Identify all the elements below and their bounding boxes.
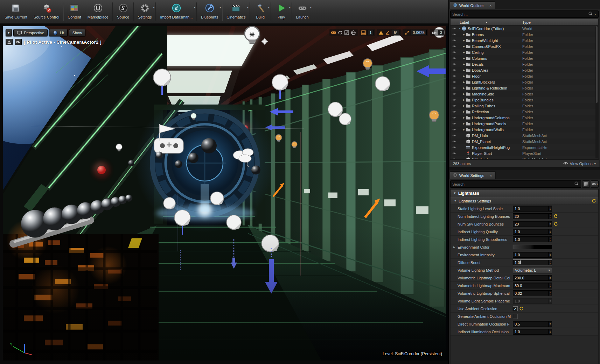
settings-subheader[interactable]: ▼Lightmass Settings [451,197,598,205]
expander-arrow-icon[interactable]: ▶ [462,75,466,78]
outliner-row[interactable]: ▶Camera&PostFXFolder [451,43,598,49]
spinner-arrows-icon[interactable]: ▲▼ [548,298,552,304]
outliner-row[interactable]: ▼SciFiCorridor (Editor)World [451,26,598,31]
spinner-arrows-icon[interactable]: ▲▼ [548,221,552,227]
cinematics-button[interactable]: Cinematics ▾ [223,0,249,23]
expander-arrow-icon[interactable]: ▶ [462,51,466,54]
expander-arrow-icon[interactable]: ▶ [453,246,456,249]
spinner-arrows-icon[interactable]: ▲▼ [548,283,552,288]
outliner-row[interactable]: ▶BeamsFolder [451,31,598,37]
color-swatch[interactable] [513,245,552,249]
spinner-arrows-icon[interactable]: ▲▼ [548,260,552,265]
value-input[interactable]: 1.0▲▼ [513,252,552,258]
eject-pilot-button[interactable] [6,39,13,45]
visibility-eye-icon[interactable] [452,145,458,150]
outliner-row[interactable]: ▶LightBlockersFolder [451,79,598,85]
camera-speed-icon[interactable] [431,30,437,35]
play-button[interactable]: Play ▾ [272,0,291,23]
expander-arrow-icon[interactable]: ▶ [462,128,466,131]
warning-icon[interactable] [378,30,384,35]
search-icon[interactable] [588,11,593,17]
checkbox[interactable]: ✓ [513,306,518,311]
lit-mode-button[interactable]: Lit [49,29,68,36]
viewport-options-button[interactable]: ▾ [6,29,12,36]
spinner-arrows-icon[interactable]: ▲▼ [548,291,552,296]
dropdown-select[interactable]: Volumetric L▾ [513,267,552,273]
outliner-row[interactable]: ▶DoorAreaFolder [451,67,598,73]
value-input[interactable]: 20▲▼ [513,213,552,219]
close-icon[interactable]: × [490,173,492,178]
rotation-snap-icon[interactable] [385,30,391,35]
label-column-header[interactable]: Label [460,20,469,24]
value-input[interactable]: 0.02▲▼ [513,290,552,296]
visibility-eye-icon[interactable] [452,32,458,37]
visibility-eye-icon[interactable] [452,62,458,66]
spinner-arrows-icon[interactable]: ▲▼ [548,252,552,257]
chevron-down-icon[interactable]: ▾ [194,6,195,9]
expander-arrow-icon[interactable]: ▶ [462,45,466,48]
spinner-arrows-icon[interactable]: ▲▼ [548,237,552,242]
show-menu-button[interactable]: Show [69,29,86,36]
value-input[interactable]: 1.0▲▼ [513,298,552,304]
outliner-row[interactable]: ▶MachineSideFolder [451,91,598,97]
type-column-header[interactable]: Type [522,20,531,24]
settings-button[interactable]: Settings ▾ [135,0,155,23]
spinner-arrows-icon[interactable]: ▲▼ [548,321,552,327]
visibility-eye-icon[interactable] [452,74,458,78]
expander-arrow-icon[interactable]: ▶ [462,81,466,84]
outliner-row[interactable]: ▶ReflectionFolder [451,109,598,115]
spinner-arrows-icon[interactable]: ▲▼ [548,275,552,280]
chevron-down-icon[interactable]: ▾ [310,6,312,9]
lightmass-section-header[interactable]: ▼ Lightmass [450,189,599,197]
outliner-row[interactable]: ▶Lighting & ReflectionFolder [451,85,598,91]
value-input[interactable]: 30.0▲▼ [513,283,552,288]
expander-arrow-icon[interactable]: ▶ [462,63,466,66]
blueprints-button[interactable]: Blueprints ▾ [198,0,221,23]
expander-arrow-icon[interactable]: ▶ [462,33,466,36]
reset-to-default-icon[interactable] [592,199,596,203]
maximize-icon[interactable] [344,30,350,35]
value-input[interactable]: 1.0▲▼ [513,329,552,335]
visibility-eye-icon[interactable] [452,109,458,114]
scale-snap-icon[interactable] [404,30,410,35]
visibility-eye-icon[interactable] [452,151,458,156]
value-input[interactable]: 1.0▲▼ [513,229,552,235]
expander-arrow-icon[interactable]: ▼ [458,27,462,30]
panel-splitter[interactable] [449,167,600,170]
outliner-scrollbar[interactable] [595,26,598,158]
visibility-eye-icon[interactable] [452,139,458,144]
reset-to-default-icon[interactable] [519,307,524,311]
outliner-row[interactable]: ▶ColumnsFolder [451,55,598,61]
grid-snap-icon[interactable] [361,30,367,35]
visibility-eye-icon[interactable] [452,115,458,120]
perspective-button[interactable]: Perspective [13,29,48,36]
rotation-snap-value[interactable]: 5° [392,30,400,35]
expander-arrow-icon[interactable]: ▶ [462,39,466,42]
outliner-row[interactable]: ▶FloorFolder [451,73,598,79]
outliner-row[interactable]: ▶CeilingFolder [451,49,598,55]
realtime-toggle-icon[interactable] [337,30,343,35]
visibility-eye-icon[interactable] [452,98,458,102]
outliner-row[interactable]: ▶UndergroundColumnsFolder [451,115,598,121]
chevron-down-icon[interactable]: ▾ [247,6,249,9]
expander-arrow-icon[interactable]: ▶ [462,116,466,119]
spinner-arrows-icon[interactable]: ▲▼ [548,329,552,334]
chevron-down-icon[interactable]: ▾ [219,6,221,9]
expander-arrow-icon[interactable]: ▶ [462,110,466,113]
location-snap-value[interactable]: 1 [368,30,374,35]
visibility-eye-icon[interactable] [452,104,458,108]
expander-arrow-icon[interactable]: ▶ [462,69,466,72]
value-input[interactable]: 1.0▲▼ [513,236,552,242]
search-icon[interactable] [574,181,579,187]
visibility-eye-icon[interactable] [452,157,458,159]
visibility-eye-icon[interactable] [452,26,458,31]
gamepad-icon[interactable] [331,30,336,35]
visibility-eye-icon[interactable] [452,133,458,138]
expander-arrow-icon[interactable]: ▶ [462,105,466,107]
expander-arrow-icon[interactable]: ▶ [462,122,466,125]
spinner-arrows-icon[interactable]: ▲▼ [548,214,552,219]
value-input[interactable]: 200.0▲▼ [513,275,552,281]
visibility-eye-icon[interactable] [452,44,458,49]
settings-search-input[interactable] [452,182,573,186]
launch-button[interactable]: Launch ▾ [293,0,312,23]
